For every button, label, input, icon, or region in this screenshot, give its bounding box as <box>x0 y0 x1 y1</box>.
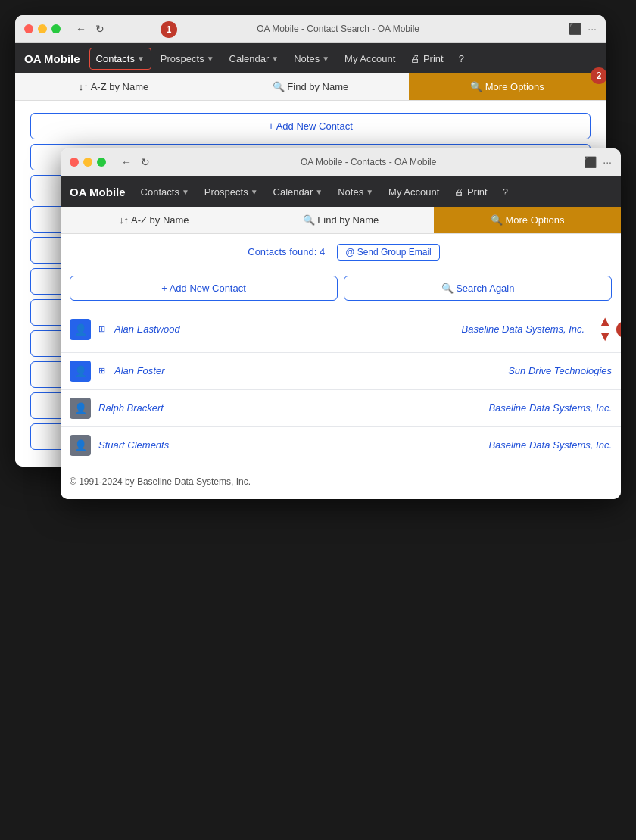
contact-company: Sun Drive Technologies <box>508 365 612 376</box>
send-group-email-button[interactable]: @ Send Group Email <box>337 244 440 261</box>
badge-2: 2 <box>591 67 606 84</box>
nav-myaccount[interactable]: My Account <box>338 48 401 69</box>
contact-name: Alan Foster <box>114 365 164 376</box>
w2-nav-notes[interactable]: Notes ▼ <box>332 182 379 202</box>
table-row[interactable]: 👤 Stuart Clements Baseline Data Systems,… <box>61 427 621 464</box>
w2-title: OA Mobile - Contacts - OA Mobile <box>159 157 578 167</box>
back-button[interactable]: ← <box>73 21 89 36</box>
w2-nav-help[interactable]: ? <box>497 182 514 202</box>
nav-notes[interactable]: Notes ▼ <box>288 48 335 69</box>
nav-print[interactable]: 🖨 Print <box>404 48 449 69</box>
contact-company: Baseline Data Systems, Inc. <box>488 439 612 451</box>
forward-button[interactable]: ↻ <box>92 21 108 36</box>
w2-brand-logo: OA Mobile <box>70 186 126 198</box>
company-icon: ⊞ <box>98 366 105 376</box>
contacts-list: 👤 ⊞ Alan Eastwood Baseline Data Systems,… <box>61 307 621 464</box>
window1-title: OA Mobile - Contact Search - OA Mobile <box>114 23 563 34</box>
w2-tab-find[interactable]: 🔍 Find by Name <box>248 207 435 233</box>
contact-company: Baseline Data Systems, Inc. <box>488 402 612 414</box>
w2-tab-more-options[interactable]: 🔍 More Options <box>434 207 621 233</box>
w2-close-button[interactable] <box>70 158 79 167</box>
contact-company: Baseline Data Systems, Inc. <box>462 323 585 335</box>
close-button[interactable] <box>24 24 33 33</box>
w2-nav-prospects[interactable]: Prospects ▼ <box>198 182 264 202</box>
tab-more-options[interactable]: 🔍 More Options 2 <box>409 73 606 100</box>
w2-maximize-button[interactable] <box>97 158 106 167</box>
w2-back-button[interactable]: ← <box>118 155 135 170</box>
tab-az[interactable]: ↓↑ A-Z by Name <box>15 73 212 100</box>
tab-find[interactable]: 🔍 Find by Name <box>212 73 409 100</box>
w2-minimize-button[interactable] <box>83 158 92 167</box>
badge-1: 1 <box>161 21 177 38</box>
avatar: 👤 <box>70 319 91 340</box>
w2-nav-myaccount[interactable]: My Account <box>382 182 445 202</box>
badge-4: 4 <box>616 321 621 338</box>
contact-name: Stuart Clements <box>98 439 169 451</box>
w2-nav-contacts[interactable]: Contacts ▼ <box>135 182 195 202</box>
w2-nav-calendar[interactable]: Calendar ▼ <box>267 182 329 202</box>
avatar: 👤 <box>70 435 91 456</box>
table-row[interactable]: 👤 ⊞ Alan Eastwood Baseline Data Systems,… <box>61 307 621 353</box>
share-icon[interactable]: ⬛ <box>569 23 581 35</box>
w2-tab-az[interactable]: ↓↑ A-Z by Name <box>61 207 248 233</box>
minimize-button[interactable] <box>38 24 47 33</box>
contact-name: Ralph Brackert <box>98 402 164 414</box>
arrow-down-icon: ▼ <box>598 329 612 345</box>
add-new-contact-button-2[interactable]: + Add New Contact <box>70 276 338 301</box>
w2-ellipsis-icon[interactable]: ··· <box>603 156 612 168</box>
nav-help[interactable]: ? <box>453 48 470 69</box>
w2-share-icon[interactable]: ⬛ <box>584 156 597 168</box>
arrow-up-icon: ▲ <box>598 314 612 329</box>
nav-prospects[interactable]: Prospects ▼ <box>154 48 220 69</box>
table-row[interactable]: 👤 ⊞ Alan Foster Sun Drive Technologies <box>61 353 621 390</box>
add-new-contact-button[interactable]: + Add New Contact <box>30 113 591 139</box>
w2-forward-button[interactable]: ↻ <box>138 155 153 170</box>
table-row[interactable]: 👤 Ralph Brackert Baseline Data Systems, … <box>61 390 621 427</box>
search-again-button[interactable]: 🔍 Search Again <box>344 276 612 301</box>
avatar: 👤 <box>70 361 91 382</box>
contacts-found-label: Contacts found: 4 <box>242 240 331 264</box>
avatar: 👤 <box>70 398 91 419</box>
nav-contacts[interactable]: Contacts ▼ <box>89 48 151 70</box>
nav-calendar[interactable]: Calendar ▼ <box>223 48 285 69</box>
contact-name: Alan Eastwood <box>114 323 180 335</box>
w2-nav-print[interactable]: 🖨 Print <box>448 182 493 202</box>
footer: © 1991-2024 by Baseline Data Systems, In… <box>61 464 621 499</box>
brand-logo: OA Mobile <box>24 52 80 65</box>
maximize-button[interactable] <box>51 24 61 33</box>
ellipsis-icon[interactable]: ··· <box>588 23 597 35</box>
company-icon: ⊞ <box>98 324 105 334</box>
sort-arrows: ▲ ▼ 4 <box>598 314 612 345</box>
